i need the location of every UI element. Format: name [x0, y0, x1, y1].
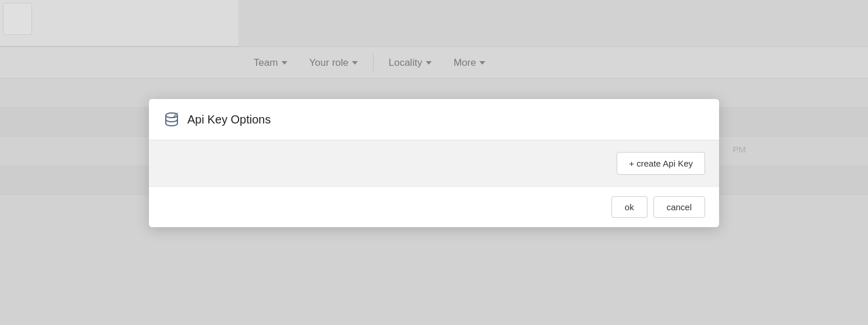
create-api-key-button[interactable]: + create Api Key	[617, 152, 705, 175]
api-key-options-modal: Api Key Options + create Api Key ok canc…	[149, 99, 719, 227]
create-api-key-label: + create Api Key	[629, 158, 693, 168]
api-key-icon	[163, 111, 180, 128]
modal-header: Api Key Options	[149, 99, 719, 140]
modal-footer: ok cancel	[149, 186, 719, 227]
modal-body: + create Api Key	[149, 140, 719, 186]
cancel-button[interactable]: cancel	[653, 196, 705, 218]
svg-point-1	[174, 116, 176, 118]
ok-button[interactable]: ok	[611, 196, 648, 218]
modal-title: Api Key Options	[187, 113, 271, 126]
